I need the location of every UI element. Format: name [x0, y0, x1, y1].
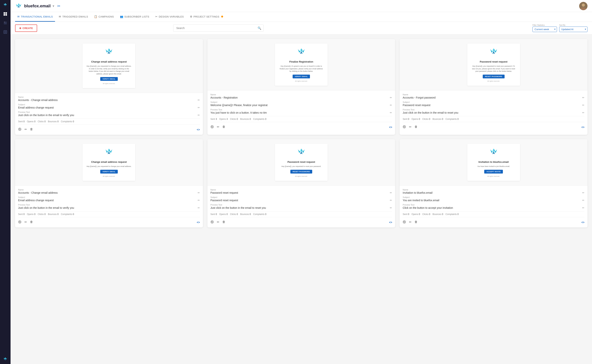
code-icon[interactable]: <> [389, 126, 392, 129]
stat-bounces: Bounces 0 [432, 213, 443, 215]
email-card: Finalize Registration Hey {{name}}, it's… [208, 39, 395, 135]
preview-icon[interactable] [403, 220, 406, 224]
preview-icon[interactable] [18, 128, 21, 132]
preview-text-row: Just click on the button in the email to… [18, 114, 200, 117]
preview-icon[interactable] [210, 125, 214, 129]
email-preview-action-btn[interactable]: VERIFY EMAIL [293, 75, 310, 78]
stat-sent: Sent 0 [403, 213, 409, 215]
edit-icon[interactable]: ✏ [25, 220, 27, 224]
email-preview-footer: All rights reserved. [488, 176, 500, 177]
edit-preview-text-icon[interactable]: ✏ [390, 111, 392, 114]
filter-statistics-select[interactable]: Current week Last week Last month All ti… [533, 26, 557, 32]
email-preview-title: Change email address request [91, 60, 127, 63]
delete-icon[interactable]: 🗑 [222, 125, 225, 129]
tab-subscriber-lists[interactable]: 👥 SUBSCRIBER LISTS [118, 12, 152, 22]
edit-icon[interactable]: ✏ [25, 128, 27, 132]
edit-preview-text-icon[interactable]: ✏ [390, 206, 392, 209]
delete-icon[interactable]: 🗑 [415, 220, 417, 224]
sidebar-icon-fox-bottom[interactable] [3, 357, 8, 362]
tab-transactional-label: TRANSACTIONAL EMAILS [21, 15, 53, 18]
filter-statistics-label: Filter Statistics [533, 24, 557, 26]
logo-dropdown[interactable]: ▾ [52, 4, 54, 8]
svg-point-21 [18, 5, 18, 6]
code-icon[interactable]: <> [197, 128, 200, 131]
code-icon[interactable]: <> [581, 126, 585, 129]
email-preview-body: Hey {{name}}, it's great to see you on b… [279, 65, 324, 73]
email-preview-action-btn[interactable]: RESET PASSWORD [290, 170, 312, 174]
email-preview-action-btn[interactable]: ACCEPT INVITE [484, 170, 503, 174]
create-button[interactable]: ⊕ CREATE [15, 25, 37, 32]
user-avatar[interactable] [579, 2, 587, 10]
email-preview-action-btn[interactable]: VERIFY EMAIL [100, 170, 118, 174]
edit-subject-icon[interactable]: ✏ [390, 104, 392, 107]
tab-transactional-emails[interactable]: ✉ TRANSACTIONAL EMAILS [15, 12, 55, 22]
edit-icon[interactable]: ✏ [217, 220, 219, 224]
edit-icon[interactable]: ✏ [409, 125, 411, 129]
preview-text-row: You just have to click on a button. It t… [210, 111, 392, 114]
preview-icon[interactable] [403, 125, 406, 129]
code-icon[interactable]: <> [197, 221, 200, 224]
edit-preview-text-icon[interactable]: ✏ [582, 206, 585, 209]
email-preview-body: You have been invited to join bluefox.em… [477, 165, 510, 168]
svg-marker-16 [5, 358, 6, 359]
sort-by-select[interactable]: Updated At Created At Name Sent [559, 26, 587, 32]
edit-icon[interactable]: ✏ [409, 220, 411, 224]
edit-name-icon[interactable]: ✏ [198, 98, 200, 102]
email-info: Name Accounts - Change email address ✏ S… [15, 93, 203, 135]
edit-name-icon[interactable]: ✏ [390, 191, 392, 194]
sidebar-icon-grid[interactable] [3, 11, 8, 17]
email-preview-title: Password reset request [287, 161, 315, 163]
delete-icon[interactable]: 🗑 [30, 128, 33, 132]
stat-clicks: Clicks 0 [38, 120, 46, 123]
edit-name-icon[interactable]: ✏ [582, 191, 585, 194]
edit-subject-icon[interactable]: ✏ [582, 199, 585, 202]
preview-icon[interactable] [18, 220, 21, 224]
search-icon: 🔍 [258, 26, 261, 30]
email-preview-fox-logo [297, 148, 306, 158]
preview-icon[interactable] [210, 220, 214, 224]
subject-label: Subject [210, 101, 392, 103]
delete-icon[interactable]: 🗑 [415, 125, 417, 129]
edit-name-icon[interactable]: ✏ [198, 191, 200, 194]
edit-preview-text-icon[interactable]: ✏ [198, 206, 200, 209]
sidebar-icon-layers[interactable] [3, 29, 8, 35]
edit-subject-icon[interactable]: ✏ [198, 199, 200, 202]
tab-triggered-emails[interactable]: ✉ TRIGGERED EMAILS [57, 12, 90, 22]
email-preview-action-btn[interactable]: VERIFY EMAIL [100, 77, 118, 81]
edit-preview-text-icon[interactable]: ✏ [198, 114, 200, 117]
stats-row: Sent 0 Opens 0 Clicks 0 Bounces 0 Compla… [210, 211, 392, 217]
email-preview-body: Hey {{name}}, you requested to change yo… [86, 165, 131, 168]
delete-icon[interactable]: 🗑 [30, 220, 33, 224]
tab-campaigns[interactable]: 📋 CAMPAIGNS [92, 12, 116, 22]
stats-row: Sent 0 Opens 0 Clicks 0 Bounces 0 Compla… [403, 116, 585, 122]
name-label: Name [18, 188, 200, 191]
email-preview-title: Change email address request [91, 161, 127, 163]
search-input[interactable] [173, 25, 264, 32]
email-preview-0: Change email address request Hey {{name}… [15, 39, 203, 93]
edit-icon[interactable]: ✏ [217, 125, 219, 129]
tab-project-settings[interactable]: ⚙ PROJECT SETTINGS [188, 12, 226, 22]
code-icon[interactable]: <> [389, 221, 392, 224]
edit-subject-icon[interactable]: ✏ [582, 104, 585, 107]
wrench-icon[interactable]: ✂ [57, 4, 60, 8]
left-sidebar [0, 0, 11, 364]
svg-point-5 [6, 4, 6, 5]
sidebar-icon-tools[interactable] [3, 20, 8, 26]
code-icon[interactable]: <> [581, 221, 585, 224]
email-preview-fox-logo [489, 148, 498, 158]
tab-design-variables[interactable]: ✂ DESIGN VARIABLES [153, 12, 186, 22]
svg-rect-8 [4, 14, 5, 16]
edit-preview-text-icon[interactable]: ✏ [582, 111, 585, 114]
edit-subject-icon[interactable]: ✏ [390, 199, 392, 202]
edit-name-icon[interactable]: ✏ [582, 96, 585, 99]
delete-icon[interactable]: 🗑 [222, 220, 225, 224]
email-info: Name Accounts - Change email address ✏ S… [15, 186, 203, 228]
edit-name-icon[interactable]: ✏ [390, 96, 392, 99]
edit-subject-icon[interactable]: ✏ [198, 106, 200, 109]
sidebar-logo-top[interactable] [3, 2, 8, 7]
search-container: 🔍 [173, 25, 264, 32]
email-preview-body: Hey {{name}}, you requested to change yo… [86, 65, 131, 75]
svg-line-70 [211, 221, 212, 221]
email-preview-action-btn[interactable]: RESET PASSWORD [483, 75, 505, 78]
svg-rect-7 [6, 12, 7, 14]
